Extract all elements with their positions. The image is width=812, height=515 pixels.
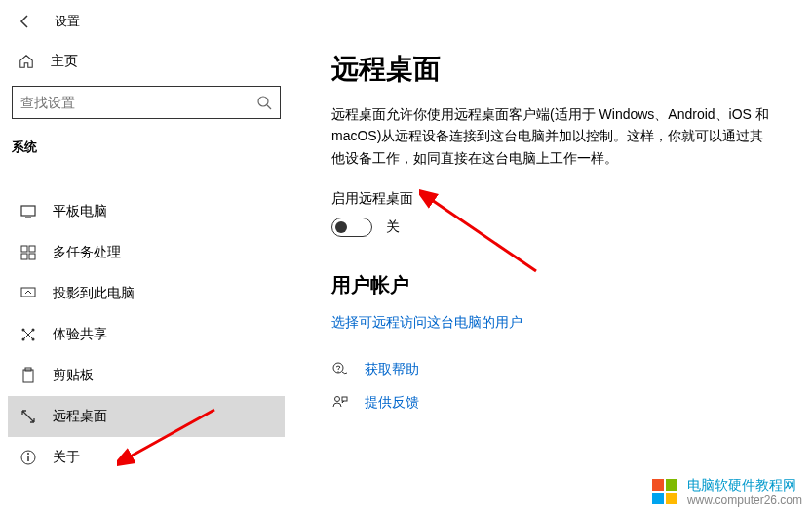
clipboard-icon bbox=[19, 367, 37, 384]
home-icon bbox=[18, 53, 35, 70]
svg-rect-5 bbox=[29, 246, 35, 252]
sidebar-item-label: 多任务处理 bbox=[53, 244, 121, 261]
select-users-link[interactable]: 选择可远程访问这台电脑的用户 bbox=[331, 314, 773, 332]
user-accounts-heading: 用户帐户 bbox=[331, 272, 773, 298]
sidebar-item-project[interactable]: 投影到此电脑 bbox=[8, 273, 285, 314]
watermark-text: 电脑软硬件教程网 bbox=[687, 477, 802, 494]
help-label: 获取帮助 bbox=[365, 361, 419, 378]
svg-rect-23 bbox=[342, 397, 347, 401]
enable-remote-label: 启用远程桌面 bbox=[331, 190, 773, 208]
sidebar-item-multitask[interactable]: 多任务处理 bbox=[8, 232, 285, 273]
feedback-icon bbox=[331, 394, 349, 412]
sidebar-item-label: 关于 bbox=[53, 449, 80, 466]
sidebar-item-label: 剪贴板 bbox=[53, 367, 94, 384]
svg-rect-6 bbox=[21, 254, 27, 259]
windows-logo-icon bbox=[650, 477, 679, 506]
svg-rect-26 bbox=[652, 479, 664, 491]
svg-rect-29 bbox=[666, 493, 677, 504]
header-title: 设置 bbox=[55, 13, 80, 30]
feedback-link[interactable]: 提供反馈 bbox=[331, 394, 773, 412]
content: 远程桌面 远程桌面允许你使用远程桌面客户端(适用于 Windows、Androi… bbox=[292, 39, 812, 515]
sidebar-item-clipboard[interactable]: 剪贴板 bbox=[8, 355, 285, 396]
search-input[interactable] bbox=[20, 95, 256, 110]
watermark: 电脑软硬件教程网 www.computer26.com bbox=[650, 477, 802, 507]
feedback-label: 提供反馈 bbox=[365, 394, 419, 412]
svg-rect-28 bbox=[652, 493, 664, 504]
search-icon bbox=[256, 95, 272, 110]
enable-remote-toggle[interactable] bbox=[331, 218, 372, 237]
multitask-icon bbox=[19, 244, 37, 261]
help-icon bbox=[331, 361, 349, 378]
svg-rect-8 bbox=[21, 288, 35, 297]
home-link[interactable]: 主页 bbox=[8, 45, 285, 78]
sidebar-item-remote-desktop[interactable]: 远程桌面 bbox=[8, 396, 285, 437]
remote-desktop-icon bbox=[19, 408, 37, 425]
toggle-state: 关 bbox=[386, 218, 400, 236]
sidebar-item-label: 投影到此电脑 bbox=[53, 285, 135, 302]
svg-point-0 bbox=[258, 97, 268, 106]
watermark-url: www.computer26.com bbox=[687, 494, 802, 507]
sidebar-item-about[interactable]: 关于 bbox=[8, 437, 285, 478]
svg-rect-4 bbox=[21, 246, 27, 252]
page-title: 远程桌面 bbox=[331, 51, 773, 88]
back-arrow-icon bbox=[18, 14, 33, 29]
svg-rect-15 bbox=[23, 370, 33, 382]
project-icon bbox=[19, 285, 37, 302]
tablet-icon bbox=[19, 203, 37, 220]
sidebar-item-share[interactable]: 体验共享 bbox=[8, 314, 285, 355]
svg-rect-2 bbox=[21, 206, 35, 216]
description: 远程桌面允许你使用远程桌面客户端(适用于 Windows、Android、iOS… bbox=[331, 103, 773, 169]
get-help-link[interactable]: 获取帮助 bbox=[331, 361, 773, 378]
svg-rect-7 bbox=[29, 254, 35, 259]
svg-line-1 bbox=[267, 105, 271, 109]
home-label: 主页 bbox=[51, 53, 78, 70]
svg-point-19 bbox=[27, 453, 29, 455]
header: 设置 bbox=[0, 0, 812, 39]
svg-point-22 bbox=[335, 397, 340, 402]
svg-rect-27 bbox=[666, 479, 677, 491]
sidebar: 主页 系统 平板电脑 多任务处理 投影到此电脑 体验共享 剪贴板 bbox=[0, 39, 292, 515]
section-title: 系统 bbox=[8, 133, 285, 191]
svg-point-21 bbox=[337, 371, 338, 372]
back-button[interactable] bbox=[16, 12, 35, 31]
share-icon bbox=[19, 326, 37, 343]
sidebar-item-label: 体验共享 bbox=[53, 326, 107, 343]
search-box[interactable] bbox=[12, 86, 281, 119]
toggle-knob bbox=[335, 221, 347, 233]
sidebar-item-label: 平板电脑 bbox=[53, 203, 107, 220]
sidebar-item-tablet[interactable]: 平板电脑 bbox=[8, 191, 285, 232]
about-icon bbox=[19, 449, 37, 466]
sidebar-item-label: 远程桌面 bbox=[53, 408, 107, 425]
